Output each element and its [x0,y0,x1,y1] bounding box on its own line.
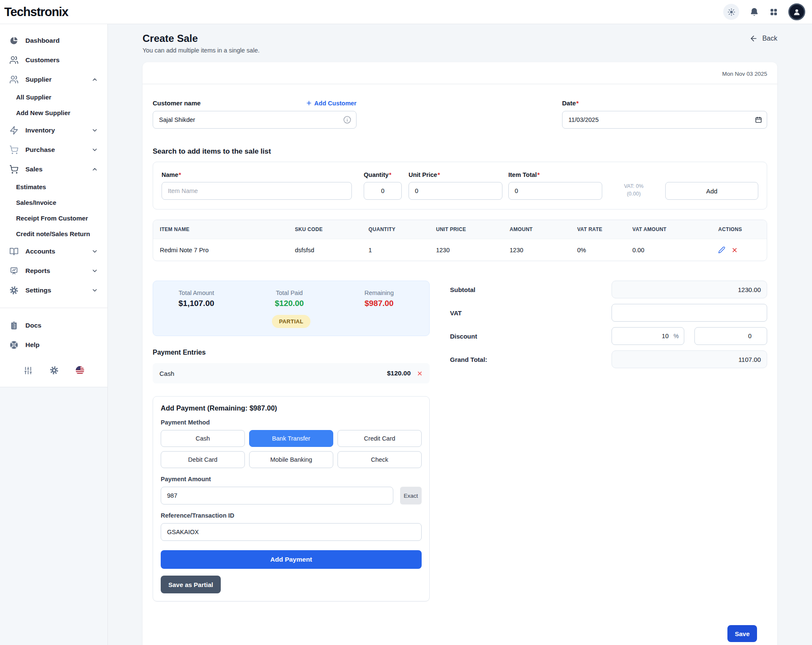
apps-grid-button[interactable] [769,8,778,17]
save-as-partial-button[interactable]: Save as Partial [161,576,221,593]
exact-amount-button[interactable]: Exact [400,487,422,504]
total-paid-value: $120.00 [275,299,304,308]
info-icon[interactable] [343,116,351,124]
cell-sku: dsfsfsd [288,239,362,261]
sidebar-item-dashboard[interactable]: Dashboard [0,31,107,50]
add-payment-button[interactable]: Add Payment [161,550,422,569]
table-header-cell: QUANTITY [362,220,429,239]
grand-total-input[interactable] [612,350,767,368]
discount-amount-input[interactable] [694,327,767,345]
back-arrow-icon [749,34,758,43]
vat-label: VAT [450,309,462,317]
remove-entry-button[interactable] [417,370,423,377]
reference-input[interactable] [161,523,422,541]
quantity-label: Quantity [364,171,389,178]
sidebar-item-add-new-supplier[interactable]: Add New Supplier [0,105,107,121]
x-icon [731,247,738,254]
payment-method-debit-card-button[interactable]: Debit Card [161,451,245,468]
sidebar-item-all-supplier[interactable]: All Supplier [0,89,107,105]
language-flag-button[interactable] [76,366,84,375]
unit-price-label: Unit Price [409,171,437,178]
sidebar-item-sales[interactable]: Sales [0,160,107,179]
us-flag-icon [76,366,84,375]
back-button[interactable]: Back [749,34,777,43]
items-table: ITEM NAME SKU CODE QUANTITY UNIT PRICE A… [153,220,767,261]
sidebar-item-estimates[interactable]: Estimates [0,179,107,195]
page-subtitle: You can add multiple items in a single s… [143,47,260,54]
page-title: Create Sale [143,33,260,44]
partial-status-badge: PARTIAL [272,315,310,328]
sidebar-item-docs[interactable]: Docs [0,316,107,335]
grand-total-label: Grand Total: [450,356,487,363]
sidebar-item-supplier[interactable]: Supplier [0,70,107,89]
add-item-form: Name* Quantity* Unit Price* Item Total* [153,162,767,209]
sidebar-item-sales-invoice[interactable]: Sales/Invoice [0,195,107,210]
calendar-icon[interactable] [755,116,762,124]
sale-date-display: Mon Nov 03 2025 [722,71,767,77]
gear-icon [9,286,19,295]
payment-amount-input[interactable] [161,487,393,504]
sidebar-item-help[interactable]: Help [0,335,107,355]
vat-input[interactable] [612,304,767,322]
table-header-cell: ACTIONS [711,220,767,239]
theme-toggle-button[interactable] [723,4,739,20]
payment-method-bank-transfer-button[interactable]: Bank Transfer [249,430,333,447]
cell-amount: 1230 [503,239,571,261]
sidebar-item-label: Purchase [25,146,55,154]
sidebar-item-settings[interactable]: Settings [0,281,107,300]
sliders-button[interactable] [24,366,33,375]
sidebar-item-reports[interactable]: Reports [0,261,107,281]
chevron-down-icon [91,248,98,255]
discount-label: Discount [450,333,477,340]
sidebar-item-credit-note[interactable]: Credit note/Sales Return [0,226,107,242]
item-name-input[interactable] [162,182,352,200]
remaining-label: Remaining [365,289,394,296]
edit-item-button[interactable] [718,246,725,254]
date-input[interactable] [562,111,767,129]
add-item-button[interactable]: Add [665,182,758,200]
subtotal-label: Subtotal [450,286,475,293]
payment-method-check-button[interactable]: Check [337,451,422,468]
sidebar-item-label: Docs [25,322,41,329]
delete-item-button[interactable] [731,247,738,254]
vat-note: VAT: 0% (0.00) [602,182,665,198]
customer-name-input[interactable] [153,111,357,129]
payment-method-cash-button[interactable]: Cash [161,430,245,447]
notifications-button[interactable] [749,7,759,17]
required-marker: * [576,99,579,107]
quantity-input[interactable] [364,182,402,200]
sidebar-divider [0,308,107,308]
sidebar-item-receipt-from-customer[interactable]: Receipt From Customer [0,210,107,226]
reference-label: Reference/Transaction ID [161,512,422,519]
sidebar-item-customers[interactable]: Customers [0,50,107,70]
user-avatar[interactable] [788,3,805,20]
sidebar-item-accounts[interactable]: Accounts [0,242,107,261]
topbar: Techstronix [0,0,812,24]
subtotal-input[interactable] [612,281,767,298]
sidebar-item-purchase[interactable]: Purchase [0,140,107,160]
plus-icon [306,100,312,106]
remaining-value: $987.00 [365,299,394,308]
add-customer-link[interactable]: Add Customer [306,100,357,107]
payment-method-credit-card-button[interactable]: Credit Card [337,430,422,447]
users-icon [9,55,19,65]
table-header-cell: UNIT PRICE [429,220,503,239]
chevron-down-icon [91,146,98,153]
payment-entry-amount: $120.00 [387,369,411,377]
payment-method-mobile-banking-button[interactable]: Mobile Banking [249,451,333,468]
section-title-add-items: Search to add items to the sale list [153,147,767,156]
add-payment-panel: Add Payment (Remaining: $987.00) Payment… [153,396,430,601]
save-button[interactable]: Save [727,625,757,642]
payment-amount-label: Payment Amount [161,476,422,482]
cell-item-name: Redmi Note 7 Pro [153,239,288,261]
unit-price-input[interactable] [409,182,502,200]
users-icon [9,75,19,84]
sidebar-item-inventory[interactable]: Inventory [0,121,107,140]
chevron-down-icon [91,287,98,294]
sidebar-item-label: Accounts [25,248,55,255]
settings-gear-button[interactable] [49,366,59,375]
sidebar-item-label: Settings [25,287,51,294]
item-total-label: Item Total [508,171,537,178]
chevron-down-icon [91,127,98,134]
item-total-input[interactable] [508,182,602,200]
